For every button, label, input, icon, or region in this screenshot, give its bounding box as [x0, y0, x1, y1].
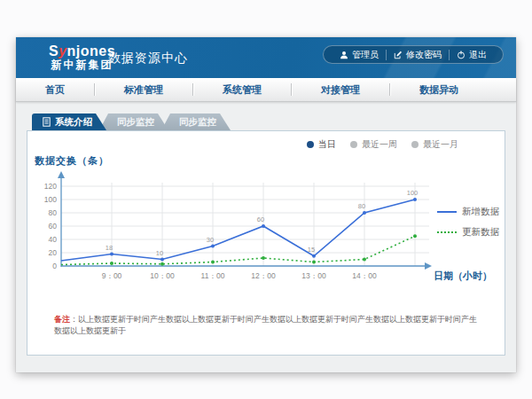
brand-logo-chinese: 新中新集团 [49, 59, 115, 71]
edit-icon [394, 51, 403, 59]
page-title: 数据资源中心 [108, 51, 188, 66]
nav-item-home[interactable]: 首页 [16, 83, 94, 97]
user-menu: 管理员 修改密码 退出 [323, 45, 504, 64]
radio-label: 当日 [318, 138, 336, 151]
app-window: Synjones 新中新集团 数据资源中心 管理员 修改密码 退出 首页 标准管… [16, 37, 516, 372]
current-user-button[interactable]: 管理员 [332, 49, 386, 61]
radio-last-month[interactable]: 最近一月 [411, 138, 458, 151]
tab-label: 系统介绍 [55, 116, 92, 129]
svg-text:15: 15 [308, 246, 315, 254]
change-password-button[interactable]: 修改密码 [387, 49, 449, 61]
svg-text:60: 60 [49, 222, 58, 231]
svg-text:120: 120 [44, 182, 57, 191]
svg-text:0: 0 [52, 262, 57, 270]
brand-logo-latin: Synjones [49, 43, 115, 59]
footnote-text: ：以上数据更新于时间产生数据以上数据更新于时间产生数据以上数据更新于时间产生数据… [54, 315, 477, 335]
radio-dot [411, 141, 419, 148]
y-axis-title: 数据交换（条） [35, 154, 109, 168]
current-user-label: 管理员 [352, 49, 379, 61]
svg-text:13：00: 13：00 [301, 271, 326, 280]
radio-label: 最近一月 [423, 138, 458, 151]
svg-text:9：00: 9：00 [102, 271, 122, 280]
chart-legend: 新增数据 更新数据 [437, 206, 505, 246]
radio-label: 最近一周 [362, 138, 397, 151]
radio-today[interactable]: 当日 [307, 138, 336, 151]
change-password-label: 修改密码 [406, 49, 442, 61]
logout-label: 退出 [469, 49, 487, 61]
svg-text:60: 60 [257, 215, 264, 223]
tab-label: 同步监控 [179, 116, 216, 129]
nav-item-data-change[interactable]: 数据异动 [390, 83, 488, 97]
svg-text:80: 80 [358, 202, 365, 210]
brand-logo-accent: y [59, 43, 66, 59]
svg-text:40: 40 [49, 235, 58, 244]
legend-line-sample-dotted [437, 231, 457, 233]
svg-text:100: 100 [407, 189, 419, 197]
svg-text:18: 18 [106, 244, 113, 252]
svg-text:14：00: 14：00 [352, 271, 377, 280]
nav-item-standard-mgmt[interactable]: 标准管理 [95, 83, 192, 97]
svg-text:11：00: 11：00 [201, 271, 225, 280]
svg-text:100: 100 [44, 195, 57, 204]
tab-system-intro[interactable]: 系统介绍 [32, 113, 106, 130]
power-icon [457, 51, 466, 59]
app-header: Synjones 新中新集团 数据资源中心 管理员 修改密码 退出 [16, 37, 516, 78]
nav-item-system-mgmt[interactable]: 系统管理 [193, 83, 291, 97]
radio-dot [307, 141, 314, 148]
svg-text:30: 30 [207, 236, 214, 244]
document-icon [43, 117, 51, 127]
nav-item-interface-mgmt[interactable]: 对接管理 [292, 83, 389, 97]
svg-text:12：00: 12：00 [251, 271, 276, 280]
tab-label: 同步监控 [117, 116, 154, 129]
radio-dot [350, 141, 357, 148]
content-area: 系统介绍 同步监控 同步监控 当日 最近一周 [16, 102, 516, 372]
legend-item-updated-data: 更新数据 [437, 226, 505, 239]
svg-text:10：00: 10：00 [150, 271, 175, 280]
footnote-label: 备注 [54, 315, 70, 324]
user-icon [340, 51, 348, 59]
svg-text:20: 20 [49, 248, 58, 257]
tab-sync-monitor-2[interactable]: 同步监控 [161, 113, 231, 130]
footnote: 备注：以上数据更新于时间产生数据以上数据更新于时间产生数据以上数据更新于时间产生… [54, 314, 480, 337]
chart-panel: 当日 最近一周 最近一月 数据交换（条） 0204060801001209：00… [27, 130, 505, 356]
brand-logo: Synjones 新中新集团 [49, 43, 115, 71]
legend-item-new-data: 新增数据 [437, 206, 505, 218]
x-axis-title: 日期（小时） [434, 270, 492, 283]
legend-label: 更新数据 [462, 226, 499, 239]
time-range-filter: 当日 最近一周 最近一月 [307, 138, 458, 151]
radio-last-week[interactable]: 最近一周 [350, 138, 397, 151]
tab-bar: 系统介绍 同步监控 同步监控 [32, 113, 231, 130]
main-nav: 首页 标准管理 系统管理 对接管理 数据异动 [16, 78, 516, 102]
tab-sync-monitor-1[interactable]: 同步监控 [99, 113, 168, 130]
legend-line-sample-solid [437, 211, 457, 213]
logout-button[interactable]: 退出 [450, 49, 494, 61]
exchange-line-chart: 0204060801001209：0010：0011：0012：0013：001… [41, 168, 435, 289]
legend-label: 新增数据 [462, 206, 499, 218]
svg-text:80: 80 [49, 208, 58, 217]
svg-text:10: 10 [156, 249, 163, 257]
